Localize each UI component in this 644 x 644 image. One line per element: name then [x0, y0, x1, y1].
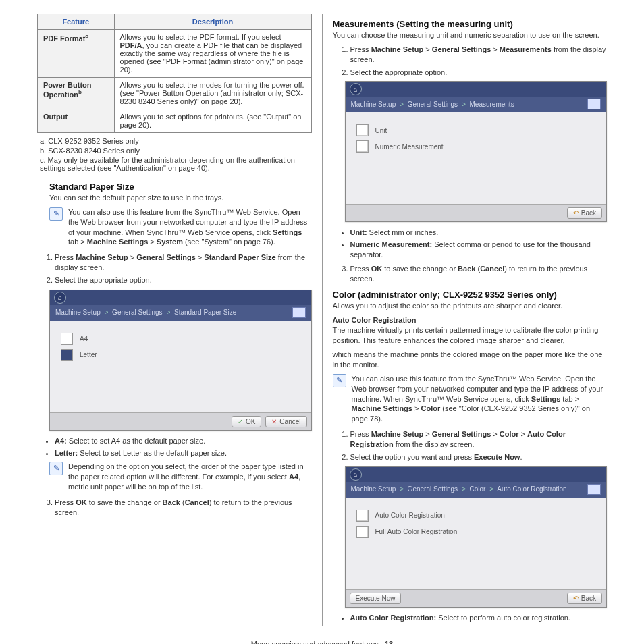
left-column: Feature Description PDF Formatc Allows y… — [27, 14, 323, 626]
note-syncthru-paper: ✎ You can also use this feature from the… — [49, 207, 312, 247]
option-a4[interactable]: A4 — [61, 333, 300, 345]
ok-button[interactable]: ✓OK — [232, 416, 261, 427]
footnotes: a. CLX-9252 9352 Series only b. SCX-8230… — [40, 137, 312, 172]
breadcrumb: Machine Setup > General Settings > Color… — [351, 485, 567, 493]
color-p1: The machine virtually prints certain pat… — [333, 325, 608, 346]
footnote-a: a. CLX-9252 9352 Series only — [40, 137, 312, 145]
sps-step1: Press Machine Setup > General Settings >… — [55, 252, 312, 273]
back-button[interactable]: ↶Back — [567, 207, 602, 219]
color-intro: Allows you to adjust the color so the pr… — [333, 301, 608, 311]
heading-standard-paper: Standard Paper Size — [49, 182, 312, 192]
panel-icon[interactable] — [587, 99, 601, 109]
option-letter[interactable]: Letter — [61, 349, 300, 361]
option-numeric[interactable]: Numeric Measurement — [356, 140, 596, 153]
meas-step1: Press Machine Setup > General Settings >… — [350, 45, 608, 65]
heading-measurements: Measurements (Setting the measuring unit… — [333, 19, 608, 29]
option-acr[interactable]: Auto Color Registration — [356, 510, 596, 522]
bullet-letter: Letter: Select to set Letter as the defa… — [55, 448, 312, 458]
color-step2: Select the option you want and press Exe… — [350, 452, 608, 462]
meas-intro: You can choose the measuring unit and nu… — [333, 30, 608, 41]
bullet-a4: A4: Select to set A4 as the default pape… — [55, 436, 312, 446]
option-unit[interactable]: Unit — [356, 124, 596, 136]
back-button[interactable]: ↶Back — [567, 593, 602, 604]
right-column: Measurements (Setting the measuring unit… — [323, 14, 618, 626]
row-output: Output — [38, 109, 115, 133]
row-pdf-format: PDF Formatc — [38, 30, 115, 78]
color-p2: which means the machine prints the color… — [333, 350, 608, 370]
breadcrumb: Machine Setup > General Settings > Measu… — [351, 101, 514, 108]
execute-now-button[interactable]: Execute Now — [350, 593, 402, 604]
option-facr[interactable]: Full Auto Color Registration — [356, 526, 596, 538]
home-icon[interactable]: ⌂ — [54, 292, 66, 304]
row-pdf-desc: Allows you to select the PDF format. If … — [114, 30, 311, 78]
sps-step2: Select the appropriate option. — [55, 275, 312, 286]
heading-color: Color (administrator only; CLX-9252 9352… — [333, 290, 608, 300]
sps-intro: You can set the default paper size to us… — [49, 193, 312, 203]
row-power-btn: Power Button Operationb — [38, 78, 115, 109]
row-power-desc: Allows you to select the modes for turni… — [114, 78, 311, 109]
sps-step3: Press OK to save the change or Back (Can… — [55, 498, 312, 518]
panel-color: ⌂ Machine Setup > General Settings > Col… — [345, 466, 608, 608]
bullet-acr: Auto Color Registration: Select to perfo… — [350, 613, 608, 623]
panel-paper-size: ⌂ Machine Setup > General Settings > Sta… — [49, 290, 312, 431]
feature-table: Feature Description PDF Formatc Allows y… — [37, 14, 312, 133]
row-output-desc: Allows you to set options for printouts.… — [114, 109, 311, 133]
footnote-c: c. May only be available for the adminis… — [40, 156, 312, 172]
home-icon[interactable]: ⌂ — [350, 468, 362, 481]
note-syncthru-color: ✎ You can also use this feature from the… — [333, 374, 608, 424]
bullet-unit: Unit: Select mm or inches. — [350, 227, 608, 238]
home-icon[interactable]: ⌂ — [350, 83, 362, 95]
th-feature: Feature — [38, 14, 115, 30]
heading-acr: Auto Color Registration — [333, 316, 608, 324]
panel-measurements: ⌂ Machine Setup > General Settings > Mea… — [345, 81, 608, 222]
page: Feature Description PDF Formatc Allows y… — [27, 14, 617, 626]
note-icon: ✎ — [49, 207, 63, 221]
meas-step2: Select the appropriate option. — [350, 68, 608, 78]
th-desc: Description — [114, 14, 311, 30]
note-icon: ✎ — [333, 374, 346, 387]
panel-icon[interactable] — [587, 484, 601, 495]
meas-step3: Press OK to save the change or Back (Can… — [350, 264, 608, 284]
page-footer: Menu overview and advanced features_ 13 — [27, 640, 617, 644]
panel-icon[interactable] — [292, 307, 306, 318]
breadcrumb: Machine Setup > General Settings > Stand… — [55, 308, 236, 316]
note-icon: ✎ — [49, 462, 63, 475]
bullet-numeric: Numeric Measurement: Select comma or per… — [350, 240, 608, 260]
cancel-button[interactable]: ✕Cancel — [265, 416, 306, 427]
note-paper-order: ✎ Depending on the option you select, th… — [49, 462, 312, 492]
color-step1: Press Machine Setup > General Settings >… — [350, 429, 608, 450]
footnote-b: b. SCX-8230 8240 Series only — [40, 146, 312, 155]
